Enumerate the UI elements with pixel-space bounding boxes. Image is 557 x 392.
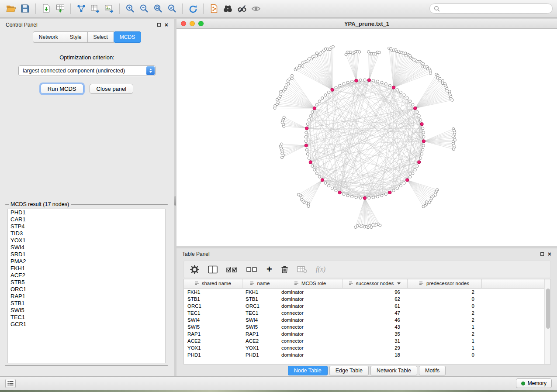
network-node[interactable] [327,184,330,187]
network-node[interactable] [399,91,402,93]
network-node[interactable] [392,189,395,192]
tab-mcds[interactable]: MCDS [114,31,141,43]
network-node[interactable] [291,74,293,77]
table-cell[interactable]: SWI4 [242,316,278,323]
column-header-successor-nodes[interactable]: successor nodes [343,279,407,288]
network-node[interactable] [399,184,402,187]
table-cell[interactable]: dominator [278,296,343,303]
network-node[interactable] [332,45,334,48]
table-cell[interactable]: FKH1 [184,288,242,296]
zoom-in-icon[interactable] [123,2,137,15]
network-node[interactable] [304,140,307,142]
new-network-icon[interactable] [74,2,88,15]
network-node[interactable] [277,101,279,103]
network-node[interactable] [309,114,312,117]
network-node[interactable] [451,99,453,101]
network-node[interactable] [321,97,324,100]
network-node[interactable] [351,195,353,198]
network-node[interactable] [452,148,455,151]
network-node[interactable] [422,127,424,130]
column-header-shared-name[interactable]: shared name [184,279,242,288]
import-table-file-icon[interactable] [53,2,67,15]
network-node[interactable] [297,193,300,196]
table-cell[interactable]: 0 [407,303,481,309]
table-row[interactable]: YOX1YOX1connector291 [184,344,544,351]
table-row[interactable]: RAP1RAP1dominator352 [184,330,544,337]
dominator-node[interactable] [355,79,358,82]
mcds-result-item[interactable]: FKH1 [8,265,165,272]
search-box[interactable] [429,3,553,14]
dominator-node[interactable] [309,161,312,164]
network-node[interactable] [376,80,379,83]
table-cell[interactable]: 96 [343,288,407,296]
table-cell[interactable]: 47 [343,309,407,316]
mcds-result-item[interactable]: YOX1 [8,237,165,244]
add-column-icon[interactable]: + [266,264,272,275]
table-cell[interactable]: 46 [343,316,407,323]
table-row[interactable]: FKH1FKH1dominator962 [184,288,544,296]
network-node[interactable] [339,84,341,87]
table-cell[interactable]: 1 [407,337,481,344]
column-selector-icon[interactable] [208,264,218,275]
table-cell[interactable]: connector [278,337,343,344]
dominator-node[interactable] [313,107,316,110]
dominator-node[interactable] [392,86,395,89]
network-node[interactable] [388,84,391,87]
mcds-result-item[interactable]: PHD1 [8,209,165,216]
zoom-selected-icon[interactable] [165,2,179,15]
mcds-result-item[interactable]: TEC1 [8,314,165,321]
network-window-titlebar[interactable]: YPA_prune.txt_1 [176,19,557,29]
mcds-result-item[interactable]: SWI5 [8,307,165,314]
network-node[interactable] [327,91,330,93]
network-node[interactable] [416,165,419,167]
network-node[interactable] [412,172,414,175]
table-cell[interactable]: 0 [407,296,481,303]
network-node[interactable] [291,77,293,80]
zoom-fit-icon[interactable] [151,2,165,15]
network-node[interactable] [403,182,405,184]
network-node[interactable] [384,193,387,196]
mcds-result-item[interactable]: RAP1 [8,293,165,300]
network-node[interactable] [422,144,425,147]
close-panel-button[interactable]: Close panel [90,84,134,94]
table-cell[interactable]: SWI5 [184,323,242,330]
table-cell[interactable]: 61 [343,303,407,309]
close-panel-icon[interactable]: × [165,23,168,27]
column-header-name[interactable]: name [242,279,278,288]
table-cell[interactable]: 62 [343,296,407,303]
table-cell[interactable]: SWI4 [184,316,242,323]
table-cell[interactable]: ACE2 [184,337,242,344]
share-document-icon[interactable] [207,2,221,15]
network-node[interactable] [280,93,282,96]
mcds-result-item[interactable]: GCR1 [8,321,165,328]
network-node[interactable] [359,79,362,81]
dominator-node[interactable] [420,123,423,126]
dominator-node[interactable] [304,144,308,147]
dominator-node[interactable] [388,191,391,194]
export-table-icon[interactable] [88,2,102,15]
network-node[interactable] [414,168,416,171]
network-node[interactable] [304,135,307,138]
mcds-result-item[interactable]: SWI4 [8,244,165,251]
network-node[interactable] [363,79,366,81]
maximize-window-icon[interactable] [198,21,204,26]
table-cell[interactable]: 2 [407,309,481,316]
network-node[interactable] [403,94,405,96]
table-cell[interactable]: 1 [407,344,481,351]
network-node[interactable] [305,131,308,134]
network-node[interactable] [318,175,321,178]
optimization-criterion-select[interactable]: largest connected component (undirected) [18,65,156,76]
network-node[interactable] [280,90,282,93]
network-node[interactable] [422,148,424,151]
delete-column-icon[interactable] [281,264,288,275]
dominator-node[interactable] [418,161,421,164]
network-canvas[interactable] [176,29,557,246]
network-node[interactable] [324,94,327,96]
dominator-node[interactable] [405,179,408,182]
table-cell[interactable]: TEC1 [184,309,242,316]
table-cell[interactable]: 18 [343,351,407,358]
tab-style[interactable]: Style [64,31,88,43]
search-input[interactable] [443,6,548,12]
network-node[interactable] [354,226,357,228]
save-icon[interactable] [18,2,32,15]
